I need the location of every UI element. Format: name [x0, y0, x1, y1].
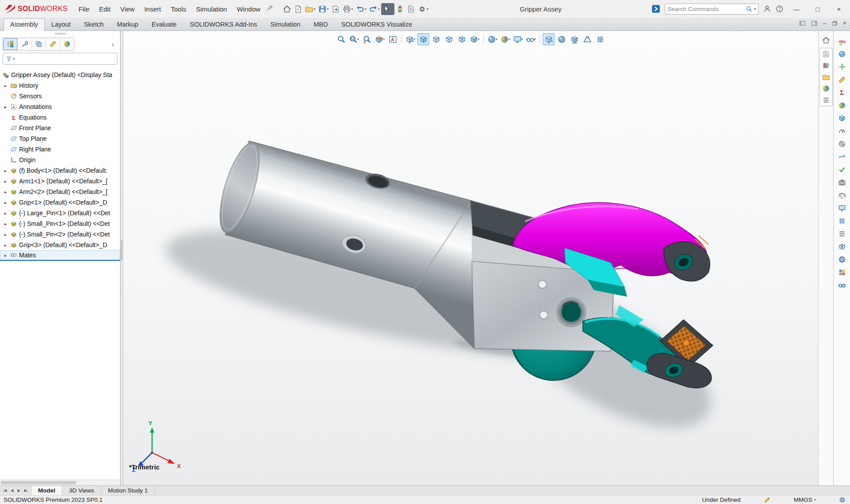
login-button[interactable] — [651, 4, 660, 13]
undo-button[interactable]: ▾ — [355, 3, 368, 15]
perspective-button[interactable] — [581, 33, 593, 45]
grid-system-button[interactable] — [835, 215, 849, 227]
expand-arrow-icon[interactable]: ▸ — [4, 211, 10, 216]
hide-show-items-button[interactable]: ▾ — [525, 33, 537, 45]
featuremanager-design-tree-button[interactable] — [3, 38, 17, 50]
interference-detection-button[interactable] — [835, 241, 849, 252]
hide-show-button[interactable] — [835, 279, 849, 291]
propertymanager-button[interactable] — [17, 38, 31, 50]
options-button[interactable]: ▾ — [417, 3, 430, 15]
tree-item-right-plane[interactable]: Right Plane — [0, 144, 120, 155]
help-icon[interactable]: ? — [776, 5, 784, 13]
expand-arrow-icon[interactable]: ▸ — [4, 232, 10, 237]
document-tab-model[interactable]: Model — [31, 486, 62, 495]
edit-appearance-button[interactable]: ▾ — [487, 33, 499, 45]
dropdown-caret-icon[interactable]: ▾ — [327, 7, 329, 11]
view-settings-button[interactable]: ▾ — [512, 33, 524, 45]
tree-filter-box[interactable]: ▾ — [3, 53, 117, 65]
document-tab-3d-views[interactable]: 3D Views — [62, 486, 101, 495]
dimxpertmanager-button[interactable] — [46, 38, 60, 50]
open-button[interactable]: ▾ — [304, 3, 317, 15]
ribbon-tab-solidworks-visualize[interactable]: SOLIDWORKS Visualize — [335, 18, 419, 31]
spell-checker-button[interactable]: Abc — [835, 35, 849, 47]
search-commands-input[interactable] — [667, 6, 746, 12]
home-button[interactable] — [820, 35, 832, 46]
maximize-button[interactable]: □ — [809, 3, 826, 15]
search-caret-icon[interactable]: ▾ — [754, 7, 756, 11]
dropdown-caret-icon[interactable]: ▾ — [378, 7, 380, 11]
panel-splitter-grip[interactable] — [0, 31, 120, 36]
doc-minimize-button[interactable]: – — [823, 19, 827, 27]
close-button[interactable]: × — [831, 3, 847, 15]
scroll-next-button[interactable]: ▶ — [16, 487, 22, 494]
move-component-button[interactable] — [835, 61, 849, 73]
custom-properties-button[interactable] — [820, 94, 832, 106]
pin-menu-icon[interactable] — [266, 4, 273, 13]
tree-item-front-plane[interactable]: Front Plane — [0, 123, 120, 133]
snapshot-button[interactable] — [835, 177, 849, 188]
publish-edrawings-button[interactable] — [330, 3, 341, 15]
zoom-to-fit-button[interactable] — [335, 33, 347, 45]
dropdown-caret-icon[interactable]: ▾ — [383, 37, 385, 41]
dropdown-caret-icon[interactable]: ▾ — [427, 7, 429, 11]
dropdown-caret-icon[interactable]: ▾ — [478, 37, 480, 41]
scroll-first-button[interactable]: |◀ — [1, 487, 8, 494]
menu-view[interactable]: View — [115, 3, 139, 16]
gripper-3d-model[interactable]: Y X Z — [123, 31, 818, 485]
toggle-right-pane-icon[interactable] — [811, 20, 818, 27]
tree-item-history[interactable]: ▸History — [0, 80, 120, 91]
mass-properties-button[interactable] — [835, 190, 849, 201]
apply-scene-button[interactable]: ▾ — [499, 33, 511, 45]
ribbon-tab-evaluate[interactable]: Evaluate — [145, 18, 183, 31]
dynamic-annotation-views-button[interactable]: A — [387, 33, 399, 45]
expand-arrow-icon[interactable]: ▸ — [4, 83, 10, 88]
tree-item-large-pin-1-default-det[interactable]: ▸(-) Large_Pin<1> (Default) <<Det — [0, 208, 120, 218]
search-icon[interactable] — [746, 6, 753, 12]
shaded-with-edges-button[interactable] — [417, 33, 429, 45]
planes-grid-button[interactable] — [594, 33, 606, 45]
expand-arrow-icon[interactable]: ▸ — [4, 221, 10, 226]
solidworks-resources-button[interactable] — [820, 48, 832, 60]
sensors-button[interactable] — [835, 125, 849, 137]
menu-window[interactable]: Window — [232, 3, 265, 16]
tree-item-grip-1-default-default-d[interactable]: ▸Grip<1> (Default) <<Default>_D — [0, 197, 120, 208]
3dexperience-button[interactable] — [835, 254, 849, 265]
file-explorer-button[interactable] — [820, 71, 832, 83]
section-view-button[interactable]: ▾ — [374, 33, 386, 45]
file-properties-button[interactable] — [406, 3, 417, 15]
expand-arrow-icon[interactable]: ▸ — [4, 179, 10, 184]
print-button[interactable]: ▾ — [341, 3, 355, 15]
scroll-prev-button[interactable]: ◀ — [9, 487, 15, 494]
design-library-button[interactable] — [820, 60, 832, 71]
scrollbar-thumb[interactable] — [1, 481, 76, 485]
account-icon[interactable] — [763, 5, 771, 13]
dropdown-caret-icon[interactable]: ▾ — [351, 7, 353, 11]
shaded-button[interactable] — [430, 33, 442, 45]
minimize-button[interactable]: — — [788, 3, 805, 15]
ribbon-tab-assembly[interactable]: Assembly — [4, 18, 45, 31]
tree-root-gripper-assey-default-display-sta[interactable]: Gripper Assey (Default) <Display Sta — [0, 70, 120, 80]
doc-close-button[interactable]: × — [843, 19, 846, 27]
tree-item-origin[interactable]: Origin — [0, 155, 120, 165]
rebuild-button[interactable] — [394, 3, 406, 15]
dropdown-caret-icon[interactable]: ▾ — [413, 37, 415, 41]
tree-item-mates[interactable]: ▸Mates — [0, 250, 120, 261]
appearances-scenes-button[interactable] — [820, 83, 832, 94]
hidden-lines-removed-button[interactable] — [456, 33, 468, 45]
menu-simulation[interactable]: Simulation — [191, 3, 232, 16]
display-style-button[interactable]: ▾ — [469, 33, 481, 45]
dropdown-caret-icon[interactable]: ▾ — [391, 7, 393, 11]
dropdown-caret-icon[interactable]: ▾ — [314, 7, 316, 11]
expand-arrow-icon[interactable]: ▸ — [4, 253, 10, 258]
tree-item-arm2-2-default-default[interactable]: ▸Arm2<2> (Default) <<Default>_[ — [0, 186, 120, 197]
design-check-button[interactable] — [835, 164, 849, 175]
menu-insert[interactable]: Insert — [140, 3, 166, 16]
save-button[interactable]: ▾ — [317, 3, 330, 15]
expand-arrow-icon[interactable]: ▸ — [4, 243, 10, 248]
realview-graphics-button[interactable] — [556, 33, 568, 45]
zoom-to-area-button[interactable]: ▾ — [348, 33, 360, 45]
expand-arrow-icon[interactable]: ▸ — [4, 190, 10, 194]
menu-edit[interactable]: Edit — [94, 3, 116, 16]
ribbon-tab-mbd[interactable]: MBD — [307, 18, 335, 31]
custom-properties-button[interactable] — [835, 228, 849, 240]
